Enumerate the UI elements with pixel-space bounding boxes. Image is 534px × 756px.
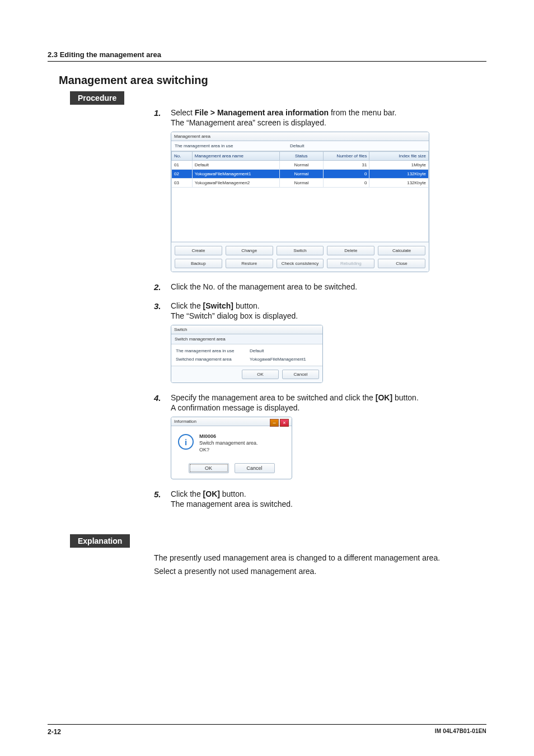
window-titlebar: Management area	[171, 132, 429, 141]
step-text-bold: [OK]	[376, 393, 392, 402]
check-consistency-button[interactable]: Check consistency	[277, 259, 324, 268]
cell-files: 0	[323, 170, 369, 179]
page-number: 2-12	[48, 728, 61, 736]
cancel-button[interactable]: Cancel	[235, 463, 275, 473]
delete-button[interactable]: Delete	[327, 246, 374, 255]
in-use-label: The management area in use	[175, 143, 290, 148]
explanation-label: Explanation	[70, 534, 130, 548]
step-number: 1.	[154, 108, 161, 118]
message-code: MI0006	[199, 433, 264, 440]
close-button[interactable]: Close	[378, 259, 425, 268]
step-subtext: The “Switch” dialog box is displayed.	[171, 311, 486, 320]
switched-label: Switched management area	[176, 357, 250, 362]
doc-id: IM 04L47B01-01EN	[435, 728, 486, 736]
step-number: 3.	[154, 301, 161, 311]
step-number: 4.	[154, 393, 161, 403]
cell-status: Normal	[279, 170, 323, 179]
step-1: 1. Select File > Management area informa…	[154, 108, 486, 272]
step-subtext: The management area is switched.	[171, 500, 486, 508]
info-icon: i	[178, 434, 194, 450]
step-4: 4. Specify the management area to be swi…	[154, 393, 486, 479]
cell-name: YokogawaFileManagement1	[192, 170, 279, 179]
management-area-window: Management area The management area in u…	[171, 132, 429, 272]
restore-button[interactable]: Restore	[226, 259, 273, 268]
in-use-value: Default	[290, 143, 304, 148]
step-5: 5. Click the [OK] button. The management…	[154, 489, 486, 508]
rebuilding-button: Rebuilding	[327, 259, 374, 268]
dialog-title-text: Information	[174, 419, 196, 424]
management-area-table: No. Management area name Status Number o…	[171, 151, 429, 242]
cell-name: YokogawaFileManagemen2	[192, 179, 279, 188]
close-icon[interactable]: ×	[280, 419, 289, 427]
ok-button[interactable]: OK	[189, 463, 229, 473]
switched-value[interactable]: YokogawaFileManagement1	[250, 357, 306, 362]
cell-status: Normal	[279, 161, 323, 170]
table-row[interactable]: 02 YokogawaFileManagement1 Normal 0 132K…	[172, 170, 429, 179]
cancel-button[interactable]: Cancel	[282, 370, 319, 379]
cell-index: 132Kbyte	[369, 170, 429, 179]
step-subtext: The “Management area” screen is displaye…	[171, 118, 486, 127]
step-2: 2. Click the No. of the management area …	[154, 282, 486, 291]
step-text: Click the	[171, 301, 203, 310]
step-text: Click the No. of the management area to …	[171, 282, 486, 291]
cell-files: 0	[323, 179, 369, 188]
col-files[interactable]: Number of files	[323, 152, 369, 161]
step-text: Click the	[171, 489, 203, 498]
backup-button[interactable]: Backup	[175, 259, 222, 268]
step-text: button.	[220, 489, 246, 498]
dialog-header: Switch management area	[171, 334, 322, 344]
cell-no: 01	[172, 161, 193, 170]
cell-no: 02	[172, 170, 193, 179]
step-text: button.	[392, 393, 419, 402]
step-text-bold: File > Management area information	[195, 108, 329, 117]
step-3: 3. Click the [Switch] button. The “Switc…	[154, 301, 486, 383]
cell-index: 132Kbyte	[369, 179, 429, 188]
page-title: Management area switching	[59, 74, 486, 87]
in-use-label: The management area in use	[176, 348, 250, 353]
step-number: 5.	[154, 489, 161, 499]
col-no[interactable]: No.	[172, 152, 193, 161]
cell-no: 03	[172, 179, 193, 188]
cell-index: 1Mbyte	[369, 161, 429, 170]
step-text: button.	[233, 301, 260, 310]
page-footer: 2-12 IM 04L47B01-01EN	[48, 724, 486, 736]
in-use-value: Default	[250, 348, 264, 353]
information-dialog: Information – × i MI0006 Switch manageme…	[171, 417, 292, 479]
explanation-text: Select a presently not used management a…	[154, 566, 486, 578]
switch-dialog: Switch Switch management area The manage…	[171, 325, 323, 383]
step-number: 2.	[154, 282, 161, 292]
col-index[interactable]: Index file size	[369, 152, 429, 161]
step-text: Select	[171, 108, 195, 117]
step-text: Specify the management area to be switch…	[171, 393, 376, 402]
calculate-button[interactable]: Calculate	[378, 246, 425, 255]
minimize-icon[interactable]: –	[270, 419, 279, 427]
step-subtext: A confirmation message is displayed.	[171, 403, 486, 412]
step-text-bold: [OK]	[203, 489, 220, 498]
create-button[interactable]: Create	[175, 246, 222, 255]
change-button[interactable]: Change	[226, 246, 273, 255]
ok-button[interactable]: OK	[242, 370, 279, 379]
cell-status: Normal	[279, 179, 323, 188]
cell-name: Default	[192, 161, 279, 170]
procedure-label: Procedure	[70, 91, 124, 105]
explanation-text: The presently used management area is ch…	[154, 552, 486, 564]
table-row[interactable]: 03 YokogawaFileManagemen2 Normal 0 132Kb…	[172, 179, 429, 188]
dialog-titlebar: Information – ×	[171, 417, 292, 426]
table-row[interactable]: 01 Default Normal 31 1Mbyte	[172, 161, 429, 170]
step-text: from the menu bar.	[329, 108, 396, 117]
step-text-bold: [Switch]	[203, 301, 233, 310]
section-breadcrumb: 2.3 Editing the management area	[48, 50, 486, 62]
cell-files: 31	[323, 161, 369, 170]
dialog-titlebar: Switch	[171, 325, 322, 334]
col-name[interactable]: Management area name	[192, 152, 279, 161]
switch-button[interactable]: Switch	[277, 246, 324, 255]
message-text: Switch management area. OK?	[199, 440, 264, 453]
col-status[interactable]: Status	[279, 152, 323, 161]
